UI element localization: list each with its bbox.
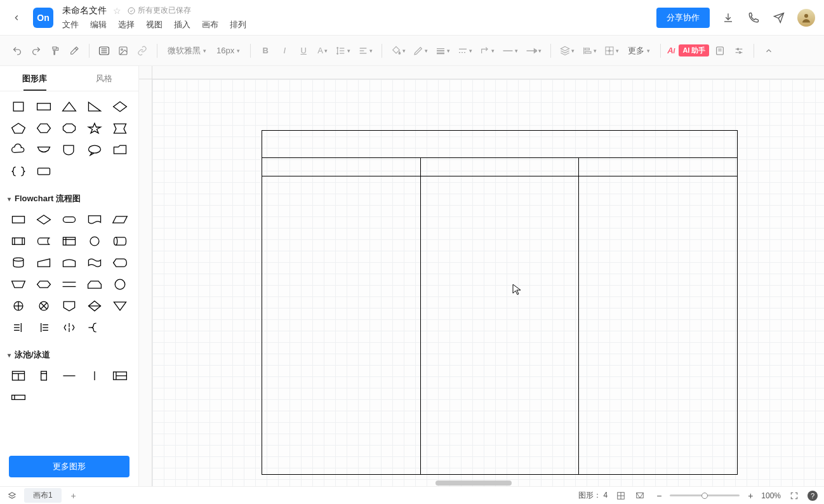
- fc-brace-l[interactable]: [84, 319, 105, 336]
- pool-sep-h[interactable]: [58, 367, 80, 385]
- avatar[interactable]: [797, 9, 815, 27]
- shape-rounded-rect-alt[interactable]: [33, 162, 55, 180]
- pool-h[interactable]: [109, 367, 131, 385]
- fc-collate[interactable]: [58, 319, 80, 336]
- phone-icon[interactable]: [747, 11, 761, 25]
- zoom-value[interactable]: 100%: [761, 491, 781, 500]
- h-scrollbar[interactable]: [166, 480, 824, 486]
- ai-assistant-button[interactable]: AI AI 助手: [667, 44, 709, 56]
- fc-offpage[interactable]: [58, 297, 80, 315]
- group-button[interactable]: ▾: [602, 42, 621, 60]
- menu-file[interactable]: 文件: [62, 19, 79, 30]
- font-color-button[interactable]: A▾: [314, 42, 331, 60]
- fc-stored-data[interactable]: [33, 232, 55, 250]
- fc-preparation[interactable]: [33, 275, 55, 293]
- arrow-start-button[interactable]: ▾: [500, 42, 521, 60]
- swimlane-shape[interactable]: [262, 130, 738, 475]
- container-button[interactable]: [96, 42, 112, 60]
- fullscreen-icon[interactable]: [788, 490, 800, 501]
- tab-styles[interactable]: 风格: [69, 66, 138, 91]
- line-height-button[interactable]: ▾: [333, 42, 353, 60]
- doc-title[interactable]: 未命名文件: [62, 5, 107, 17]
- format-painter-button[interactable]: [47, 42, 63, 60]
- fc-annotation-r[interactable]: [8, 319, 29, 336]
- arrow-end-button[interactable]: ▾: [523, 42, 544, 60]
- shape-hexagon[interactable]: [33, 119, 55, 137]
- more-shapes-button[interactable]: 更多图形: [9, 456, 130, 477]
- shape-rect[interactable]: [33, 98, 55, 116]
- fc-parallel[interactable]: [58, 275, 80, 293]
- h-scroll-thumb[interactable]: [435, 481, 512, 486]
- fc-database-h[interactable]: [109, 232, 131, 250]
- pool-lane-v[interactable]: [33, 367, 55, 385]
- zoom-out-button[interactable]: −: [653, 490, 665, 501]
- eyedropper-button[interactable]: [66, 42, 83, 60]
- shape-triangle[interactable]: [58, 98, 80, 116]
- redo-button[interactable]: [28, 42, 44, 60]
- shape-library[interactable]: Flowchart 流程图: [0, 91, 138, 449]
- tab-shapes[interactable]: 图形库: [0, 66, 69, 91]
- underline-button[interactable]: U: [295, 42, 312, 60]
- swimlane-lane-3[interactable]: [579, 176, 738, 475]
- add-page-button[interactable]: +: [68, 490, 79, 501]
- grid-view-icon[interactable]: [615, 490, 627, 501]
- fc-data[interactable]: [109, 211, 131, 229]
- shape-trapezoid[interactable]: [33, 141, 55, 159]
- undo-button[interactable]: [9, 42, 25, 60]
- swimlane-header-2[interactable]: [421, 158, 580, 176]
- shape-folder[interactable]: [109, 141, 131, 159]
- section-pool[interactable]: 泳池/泳道: [8, 343, 133, 363]
- fc-loop-limit[interactable]: [84, 275, 105, 293]
- layers-button[interactable]: ▾: [557, 42, 577, 60]
- swimlane-lane-2[interactable]: [421, 176, 580, 475]
- canvas[interactable]: [152, 79, 824, 486]
- pool-lane-h[interactable]: [8, 388, 29, 406]
- shape-braces[interactable]: [8, 162, 29, 180]
- zoom-thumb[interactable]: [701, 493, 708, 499]
- pool-sep-v[interactable]: [84, 367, 105, 385]
- menu-arrange[interactable]: 排列: [230, 19, 246, 30]
- fc-decision[interactable]: [33, 211, 55, 229]
- note-button[interactable]: [712, 42, 728, 60]
- font-size-select[interactable]: 16px▾: [213, 46, 244, 55]
- fc-circle-alt[interactable]: [109, 275, 131, 293]
- ruler-vertical[interactable]: [139, 79, 152, 486]
- fc-document[interactable]: [84, 211, 105, 229]
- settings-button[interactable]: [731, 42, 747, 60]
- ruler-horizontal[interactable]: [152, 66, 824, 79]
- italic-button[interactable]: I: [276, 42, 293, 60]
- swimlane-lane-1[interactable]: [262, 176, 421, 475]
- menu-insert[interactable]: 插入: [174, 19, 190, 30]
- menu-edit[interactable]: 编辑: [90, 19, 107, 30]
- font-family-select[interactable]: 微软雅黑▾: [164, 45, 210, 56]
- back-button[interactable]: [9, 10, 24, 25]
- fill-color-button[interactable]: ▾: [389, 42, 408, 60]
- fc-card[interactable]: [58, 254, 80, 272]
- shape-cloud[interactable]: [8, 141, 29, 159]
- stroke-color-button[interactable]: ▾: [411, 42, 430, 60]
- download-icon[interactable]: [721, 11, 735, 25]
- fc-sort[interactable]: [84, 297, 105, 315]
- align-button[interactable]: ▾: [356, 42, 375, 60]
- star-icon[interactable]: ☆: [113, 6, 121, 16]
- shape-callout[interactable]: [84, 141, 105, 159]
- fc-internal-storage[interactable]: [58, 232, 80, 250]
- page-tab[interactable]: 画布1: [24, 488, 62, 503]
- layers-icon[interactable]: [6, 490, 18, 501]
- bold-button[interactable]: B: [257, 42, 274, 60]
- fc-process[interactable]: [8, 211, 29, 229]
- shape-shield[interactable]: [109, 119, 131, 137]
- fc-predefined[interactable]: [8, 232, 29, 250]
- fc-or[interactable]: [33, 297, 55, 315]
- fc-tape[interactable]: [84, 254, 105, 272]
- menu-canvas[interactable]: 画布: [202, 19, 218, 30]
- link-button[interactable]: [134, 42, 150, 60]
- fc-terminator[interactable]: [58, 211, 80, 229]
- fc-connector[interactable]: [84, 232, 105, 250]
- section-flowchart[interactable]: Flowchart 流程图: [8, 187, 133, 207]
- connector-type-button[interactable]: ▾: [477, 42, 497, 60]
- fc-manual-input[interactable]: [33, 254, 55, 272]
- fc-manual-op[interactable]: [8, 275, 29, 293]
- line-dash-button[interactable]: ▾: [455, 42, 475, 60]
- shape-pentagon[interactable]: [8, 119, 29, 137]
